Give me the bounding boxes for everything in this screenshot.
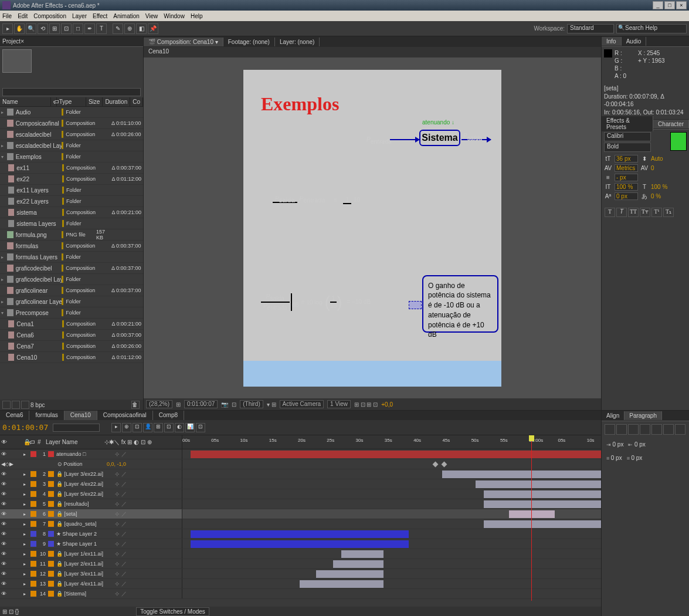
baseline[interactable]: 0 px xyxy=(615,192,638,200)
timeline-layer[interactable]: 👁▸10🔒 [Layer 1/ex11.ai]⊹ ／ xyxy=(0,549,601,559)
zoom-tool[interactable]: 🔍 xyxy=(26,23,36,34)
interpret-footage-icon[interactable] xyxy=(2,401,11,409)
project-item[interactable]: graficolinearCompositionΔ 0:00:37:00 xyxy=(0,285,143,296)
quality-dropdown[interactable]: (Third) xyxy=(240,400,263,408)
timeline-layer[interactable]: 👁▸11🔒 [Layer 2/ex11.ai]⊹ ／ xyxy=(0,559,601,569)
project-item[interactable]: formula.pngPNG file157 KB xyxy=(0,229,143,241)
faux-bold[interactable]: T xyxy=(605,208,615,217)
project-item[interactable]: Cena1CompositionΔ 0:00:21:00 xyxy=(0,319,143,330)
tl-tab-comp8[interactable]: Comp8 xyxy=(153,411,184,420)
timeline-layer[interactable]: 👁▸6🔒 [seta]⊹ ／ xyxy=(0,509,601,519)
clone-tool[interactable]: ⊕ xyxy=(124,23,135,34)
comp-tab-layer[interactable]: Layer: (none) xyxy=(275,38,320,46)
font-style-dropdown[interactable]: Bold xyxy=(604,143,651,152)
maximize-button[interactable]: □ xyxy=(664,1,675,9)
lock-col-icon[interactable]: 🔒 xyxy=(23,439,29,445)
project-item[interactable]: ▸graficolinear LayersFolder xyxy=(0,296,143,307)
tracking[interactable]: 0 xyxy=(651,165,654,171)
camera-tool[interactable]: ⊞ xyxy=(49,23,60,34)
timeline-layer[interactable]: 👁▸3🔒 [Layer 4/ex22.ai]⊹ ／ xyxy=(0,479,601,489)
tl-graph-icon[interactable]: 📊 xyxy=(185,423,195,432)
project-item[interactable]: ex11CompositionΔ 0:00:37:00 xyxy=(0,163,143,174)
project-item[interactable]: ▸ex11 LayersFolder xyxy=(0,185,143,196)
transparency-icon[interactable]: ▾ ⊞ xyxy=(267,401,276,408)
vscale[interactable]: 100 % xyxy=(615,183,638,191)
tl-tab-formulas[interactable]: formulas xyxy=(29,411,64,420)
space-before[interactable]: ≡ 0 px xyxy=(606,455,622,461)
col-label[interactable]: 🏷 xyxy=(51,97,57,106)
tl-btn6[interactable]: ⊡ xyxy=(164,423,174,432)
timeline-layers[interactable]: 👁▸1atenuando □⊹ ／◀◇▶⊙ Position0,0, -1,0👁… xyxy=(0,449,601,607)
project-item[interactable]: ▾PrecomposeFolder xyxy=(0,307,143,319)
text-color-swatch[interactable] xyxy=(670,132,687,151)
new-folder-icon[interactable] xyxy=(12,401,20,409)
align-right-icon[interactable] xyxy=(628,424,639,435)
tl-btn3[interactable]: ⊡ xyxy=(133,423,142,432)
timeline-layer[interactable]: 👁▸5🔒 [resultado]⊹ ／ xyxy=(0,499,601,509)
tl-footer-btn1[interactable]: ⊞ ⊡ {} xyxy=(2,608,19,615)
tsume[interactable]: 0 % xyxy=(651,193,661,199)
current-time[interactable]: 0:01:00:07 xyxy=(2,423,48,432)
space-after[interactable]: ≡ 0 px xyxy=(627,455,643,461)
col-size[interactable]: Size xyxy=(86,97,103,106)
time-display[interactable]: 0:01:00:07 xyxy=(184,400,218,408)
grid-icon[interactable]: ⊞ ⊡ ⊞ ⊡ xyxy=(354,401,378,408)
timeline-layer[interactable]: 👁▸2🔒 [Layer 3/ex22.ai]⊹ ／ xyxy=(0,469,601,479)
puppet-tool[interactable]: 📌 xyxy=(148,23,158,34)
project-list[interactable]: ▸AudioFolderComposicaofinalCompositionΔ … xyxy=(0,107,143,400)
views-dropdown[interactable]: 1 View xyxy=(327,400,351,408)
tl-tab-cena6[interactable]: Cena6 xyxy=(0,411,29,420)
comp-tab-footage[interactable]: Footage: (none) xyxy=(223,38,275,46)
project-item[interactable]: ex22CompositionΔ 0:01:12:00 xyxy=(0,174,143,185)
project-item[interactable]: ComposicaofinalCompositionΔ 0:01:10:00 xyxy=(0,118,143,129)
comp-tab-composition[interactable]: 🎬 Composition: Cena10 ▾ xyxy=(144,38,223,46)
delete-icon[interactable]: 🗑 xyxy=(131,401,140,409)
timeline-layer[interactable]: 👁▸7🔒 [quadro_seta]⊹ ／ xyxy=(0,519,601,529)
comp-breadcrumb[interactable]: Cena10 xyxy=(144,47,601,57)
pen-tool[interactable]: ✒ xyxy=(84,23,95,34)
minimize-button[interactable]: _ xyxy=(653,1,663,9)
project-item[interactable]: ▸AudioFolder xyxy=(0,107,143,118)
audio-tab[interactable]: Audio xyxy=(622,37,647,46)
stroke-width[interactable]: - px xyxy=(615,174,638,181)
label-col[interactable]: 🏷 xyxy=(29,439,38,445)
timeline-layer[interactable]: 👁▸13🔒 [Layer 4/ex11.ai]⊹ ／ xyxy=(0,579,601,589)
menu-help[interactable]: Help xyxy=(191,13,203,19)
project-item[interactable]: formulasCompositionΔ 0:00:37:00 xyxy=(0,241,143,252)
zoom-dropdown[interactable]: (28,2%) xyxy=(146,400,172,408)
timeline-search[interactable] xyxy=(53,424,100,432)
current-time-indicator[interactable] xyxy=(531,435,532,601)
channel-icon[interactable]: ⊡ xyxy=(232,401,236,408)
col-comment[interactable]: Co xyxy=(130,97,143,106)
font-size[interactable]: 36 px xyxy=(615,155,638,163)
timeline-ruler[interactable]: 👁 🔒 🏷 # Layer Name ⊹✱＼ fx ⊞ ◐ ⊡ ⊕ 00s05s… xyxy=(0,435,601,449)
timeline-layer[interactable]: 👁▸14🔒 [Sistema]⊹ ／ xyxy=(0,589,601,599)
tl-tab-cena10[interactable]: Cena10 xyxy=(65,411,97,420)
small-caps[interactable]: Tᴛ xyxy=(640,208,650,217)
justify-last-right-icon[interactable] xyxy=(663,424,674,435)
indent-right[interactable]: ⇤ 0 px xyxy=(628,441,645,448)
justify-last-center-icon[interactable] xyxy=(651,424,662,435)
tl-btn1[interactable]: ▸ xyxy=(111,423,121,432)
selection-tool[interactable]: ▸ xyxy=(2,23,13,34)
bpc-label[interactable]: 8 bpc xyxy=(30,402,45,408)
justify-all-icon[interactable] xyxy=(675,424,685,435)
camera-dropdown[interactable]: Active Camera xyxy=(280,400,324,408)
project-tab[interactable]: Project × xyxy=(0,36,143,47)
info-tab[interactable]: Info xyxy=(602,37,622,46)
project-item[interactable]: ▾ExemplosFolder xyxy=(0,151,143,163)
rotation-tool[interactable]: ⟲ xyxy=(38,23,48,34)
project-item[interactable]: ▸sistema LayersFolder xyxy=(0,218,143,229)
timeline-layer[interactable]: ◀◇▶⊙ Position0,0, -1,0 xyxy=(0,459,601,469)
tl-btn2[interactable]: ⊕ xyxy=(122,423,131,432)
project-item[interactable]: sistemaCompositionΔ 0:00:21:00 xyxy=(0,207,143,218)
timeline-layer[interactable]: 👁▸12🔒 [Layer 3/ex11.ai]⊹ ／ xyxy=(0,569,601,579)
subscript[interactable]: T₁ xyxy=(663,208,674,217)
project-item[interactable]: escaladecibelCompositionΔ 0:00:26:00 xyxy=(0,129,143,140)
type-tool[interactable]: T xyxy=(96,23,107,34)
hand-tool[interactable]: ✋ xyxy=(14,23,25,34)
project-item[interactable]: ▸escaladecibel LayersFolder xyxy=(0,140,143,151)
align-center-icon[interactable] xyxy=(616,424,627,435)
project-item[interactable]: Cena7CompositionΔ 0:00:26:00 xyxy=(0,341,143,352)
superscript[interactable]: T¹ xyxy=(651,208,662,217)
